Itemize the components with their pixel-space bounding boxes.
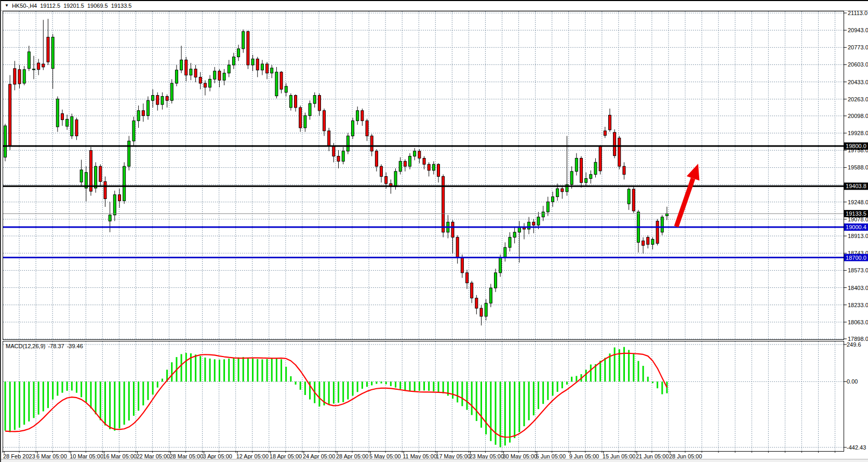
bull-candle xyxy=(146,100,149,115)
bull-candle xyxy=(209,79,211,87)
macd-signal-value: -39.46 xyxy=(67,343,83,349)
svg-text:28 Apr 05:00: 28 Apr 05:00 xyxy=(336,453,368,459)
bear-candle xyxy=(380,166,383,177)
bull-candle xyxy=(251,59,254,65)
svg-text:30 May 05:00: 30 May 05:00 xyxy=(503,453,538,459)
bull-candle xyxy=(113,195,116,215)
price-badge-19403.8: 19403.8 xyxy=(844,182,868,190)
svg-text:18 Apr 05:00: 18 Apr 05:00 xyxy=(270,453,302,459)
bull-candle xyxy=(51,37,54,68)
svg-text:28 Jun 05:00: 28 Jun 05:00 xyxy=(669,453,702,459)
ohlc-low: 19069.5 xyxy=(87,3,108,9)
bull-candle xyxy=(485,303,487,316)
bull-candle xyxy=(489,288,492,303)
bear-candle xyxy=(199,77,202,83)
bull-candle xyxy=(152,96,154,101)
svg-text:5 May 05:00: 5 May 05:00 xyxy=(369,453,401,459)
bear-candle xyxy=(185,60,188,75)
price-badge-18700.0: 18700.0 xyxy=(844,254,868,261)
bear-candle xyxy=(9,84,11,146)
bear-candle xyxy=(366,121,368,136)
bull-candle xyxy=(161,97,164,105)
bear-candle xyxy=(370,136,373,151)
macd-histogram xyxy=(5,347,668,447)
bear-candle xyxy=(266,64,269,73)
bear-candle xyxy=(280,72,283,89)
bear-candle xyxy=(328,131,330,146)
svg-text:21113.0: 21113.0 xyxy=(848,10,867,16)
bear-candle xyxy=(642,241,645,245)
bear-candle xyxy=(37,63,40,70)
bull-candle xyxy=(95,166,97,188)
bear-candle xyxy=(47,37,49,62)
bear-candle xyxy=(613,133,616,156)
bull-candle xyxy=(223,73,225,81)
trend-arrow[interactable] xyxy=(676,164,699,227)
bull-candle xyxy=(170,83,173,100)
bear-candle xyxy=(204,83,206,87)
bull-candle xyxy=(585,178,587,182)
svg-text:6 Mar 05:00: 6 Mar 05:00 xyxy=(36,453,67,459)
bull-candle xyxy=(28,52,30,69)
svg-text:10 Mar 05:00: 10 Mar 05:00 xyxy=(70,453,103,459)
bull-candle xyxy=(590,175,592,179)
bull-candle xyxy=(109,215,111,221)
chart-canvas[interactable]: 21113.020943.020773.020603.020433.020263… xyxy=(1,1,868,462)
svg-text:19588.0: 19588.0 xyxy=(848,164,868,170)
svg-text:20098.0: 20098.0 xyxy=(848,113,868,119)
svg-text:18573.0: 18573.0 xyxy=(848,267,868,273)
bear-candle xyxy=(156,96,159,105)
svg-text:20433.0: 20433.0 xyxy=(848,79,868,85)
bull-candle xyxy=(123,166,126,201)
macd-main-value: -78.37 xyxy=(48,343,64,349)
bull-candle xyxy=(546,202,549,212)
price-axis: 21113.020943.020773.020603.020433.020263… xyxy=(844,10,868,342)
bull-candle xyxy=(575,158,578,171)
bull-candle xyxy=(627,189,630,204)
bull-candle xyxy=(137,111,140,121)
bull-candle xyxy=(570,171,573,184)
svg-text:9 Jun 05:00: 9 Jun 05:00 xyxy=(569,453,599,459)
symbol-timeframe-label: HK50-,H4 xyxy=(12,3,37,9)
svg-text:17 May 05:00: 17 May 05:00 xyxy=(436,453,471,459)
bear-candle xyxy=(442,177,445,232)
bear-candle xyxy=(75,120,78,136)
bull-candle xyxy=(304,116,306,128)
svg-text:20263.0: 20263.0 xyxy=(848,96,868,102)
svg-text:12 Apr 05:00: 12 Apr 05:00 xyxy=(236,453,269,459)
bull-candle xyxy=(228,65,230,73)
svg-text:19000.4: 19000.4 xyxy=(846,224,866,230)
bull-candle xyxy=(56,99,59,127)
bear-candle xyxy=(61,114,63,120)
bull-candle xyxy=(180,60,183,70)
svg-text:21 Jun 05:00: 21 Jun 05:00 xyxy=(636,453,669,459)
bear-candle xyxy=(118,195,121,201)
svg-text:18913.0: 18913.0 xyxy=(848,233,868,239)
bull-candle xyxy=(528,222,530,229)
bull-candle xyxy=(394,171,397,187)
macd-indicator-label: MACD(12,26,9) -78.37 -39.46 xyxy=(6,343,83,349)
bull-candle xyxy=(537,217,540,226)
time-axis: 28 Feb 20236 Mar 05:0010 Mar 05:0016 Mar… xyxy=(1,451,868,462)
bear-candle xyxy=(423,158,425,164)
svg-text:18403.0: 18403.0 xyxy=(848,285,868,291)
bear-candle xyxy=(14,69,16,84)
bull-candle xyxy=(71,117,73,136)
bear-candle xyxy=(580,158,582,182)
svg-text:16 Mar 05:00: 16 Mar 05:00 xyxy=(103,453,137,459)
bear-candle xyxy=(451,222,454,237)
collapse-chart-icon[interactable]: ▼ xyxy=(5,3,9,8)
bear-candle xyxy=(480,308,483,316)
bear-candle xyxy=(647,237,649,245)
svg-text:18700.0: 18700.0 xyxy=(846,255,866,261)
bear-candle xyxy=(604,131,606,136)
bear-candle xyxy=(404,161,406,166)
bull-candle xyxy=(132,121,135,141)
svg-text:18233.0: 18233.0 xyxy=(848,302,868,308)
svg-text:19928.0: 19928.0 xyxy=(848,130,868,136)
bull-candle xyxy=(285,86,287,93)
svg-text:249.6: 249.6 xyxy=(847,341,861,348)
bear-candle xyxy=(323,111,326,131)
bear-candle xyxy=(42,64,45,67)
bull-candle xyxy=(356,111,359,121)
